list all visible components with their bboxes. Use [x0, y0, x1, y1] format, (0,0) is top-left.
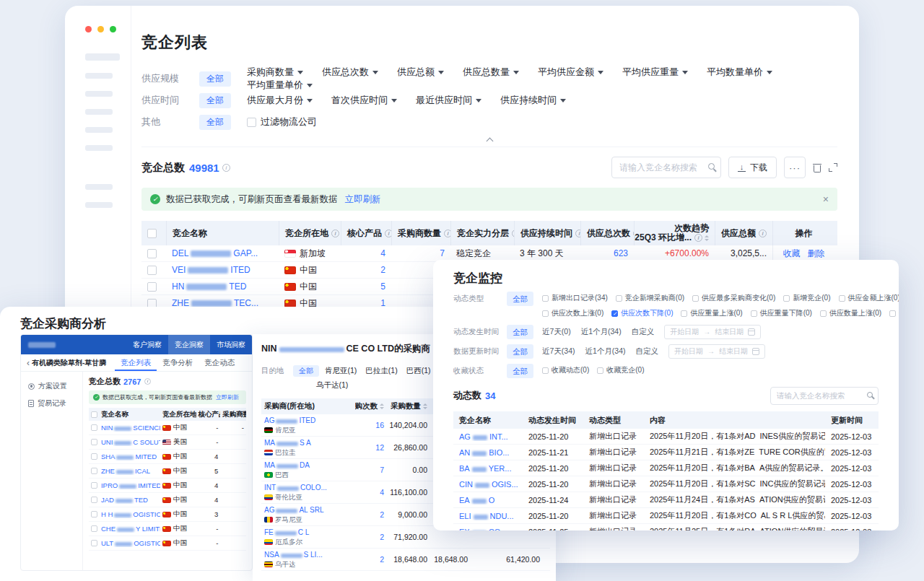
company-name-link[interactable]: JADTED	[101, 496, 148, 504]
table-row[interactable]: ZHEICAL 中国 5	[89, 464, 246, 479]
dynamic-type-checkbox[interactable]: 供应重量下降(0)	[751, 307, 812, 320]
filter-dropdown[interactable]: 平均数量单价	[707, 66, 772, 79]
fullscreen-icon[interactable]	[829, 163, 837, 172]
filter-dropdown[interactable]: 供应总额	[397, 66, 444, 79]
purchaser-name-link[interactable]: AGAL SRL	[264, 505, 324, 515]
destination-option[interactable]: 肯尼亚(1)	[325, 366, 357, 376]
purchaser-name-link[interactable]: MADA	[264, 460, 310, 470]
download-button[interactable]: 下载	[728, 157, 777, 178]
table-row[interactable]: BAYER... 2025-11-20 新增出口记录 2025年11月20日，有…	[453, 460, 879, 476]
table-row[interactable]: NINSCIENCE C... 中国 - -	[89, 421, 246, 435]
table-row[interactable]: NSAS LI... 乌干达 2 18,648.00 18,648.00 61,…	[261, 549, 550, 571]
dynamic-type-checkbox[interactable]: 竞企新增采购商(0)	[616, 292, 684, 305]
table-row[interactable]: EAO 2025-11-24 新增出口记录 2025年11月24日，有1条对AS…	[453, 492, 879, 508]
purchaser-name-link[interactable]: AGITED	[264, 416, 315, 425]
sidebar-item-scheme-settings[interactable]: 方案设置	[21, 377, 82, 395]
monitor-search-input[interactable]	[770, 387, 879, 405]
all-filter-chip[interactable]: 全部	[199, 71, 231, 87]
table-row[interactable]: CINOGIS... 2025-11-20 新增出口记录 2025年11月20日…	[453, 476, 879, 492]
more-button[interactable]	[784, 157, 806, 178]
company-name-link[interactable]: CINOGIS...	[459, 480, 518, 489]
refresh-now-link[interactable]: 立即刷新	[345, 193, 381, 206]
sort-icon[interactable]	[705, 235, 709, 241]
table-row[interactable]: ULTOGISTICS ... 中国 -	[89, 536, 246, 551]
table-row[interactable]: CHEY LIMITED 中国 -	[89, 522, 246, 536]
favorite-status-checkbox[interactable]: 收藏竞企(0)	[597, 364, 644, 377]
filter-dropdown[interactable]: 供应总数量	[463, 66, 519, 79]
core-products-count[interactable]: 5	[380, 281, 385, 292]
company-name-link[interactable]: EAO	[459, 496, 494, 504]
company-name-link[interactable]: ZHEICAL	[101, 467, 150, 475]
row-checkbox[interactable]	[91, 439, 97, 445]
company-name-link[interactable]: DELGAP...	[172, 248, 258, 258]
filter-dropdown[interactable]: 采购商数量	[247, 66, 303, 79]
dynamic-type-checkbox[interactable]: 新增出口记录(34)	[542, 292, 608, 305]
column-header-buyer-count[interactable]: 采购商数量	[391, 221, 450, 245]
time-range-option[interactable]: 近7天(34)	[542, 344, 575, 357]
sub-tab[interactable]: 竞企动态	[199, 354, 240, 371]
purchaser-name-link[interactable]: FEC L	[264, 528, 309, 537]
column-header-duration[interactable]: 供应持续时间	[514, 221, 580, 245]
row-checkbox[interactable]	[91, 482, 97, 489]
select-all-checkbox[interactable]	[91, 411, 97, 418]
company-name-link[interactable]: AGINT...	[459, 432, 508, 441]
back-icon[interactable]: ‹	[27, 358, 30, 368]
company-name-link[interactable]: CHEY LIMITED	[101, 525, 160, 533]
company-name-link[interactable]: BAYER...	[459, 464, 511, 473]
filter-dropdown[interactable]: 平均供应重量	[622, 66, 688, 79]
search-icon[interactable]	[867, 392, 873, 398]
filter-dropdown[interactable]: 平均供应金额	[538, 66, 603, 79]
destination-option[interactable]: 巴拉圭(1)	[365, 366, 397, 376]
core-products-count[interactable]: 4	[380, 248, 385, 258]
table-row[interactable]: IPROIMITED 35... 中国 4	[89, 479, 246, 493]
company-name-link[interactable]: EXCO...	[459, 528, 507, 531]
sub-tab[interactable]: 竞企列表	[115, 354, 157, 371]
company-name-link[interactable]: NINSCIENCE C...	[101, 424, 160, 432]
date-range-input[interactable]: 开始日期→结束日期	[664, 325, 761, 339]
sort-icon[interactable]	[380, 403, 384, 409]
info-icon[interactable]	[222, 164, 230, 172]
company-name-link[interactable]: ULTOGISTICS ...	[101, 539, 160, 547]
row-checkbox[interactable]	[147, 282, 157, 292]
top-nav-tab[interactable]: 竞企洞察	[168, 335, 210, 354]
logistics-filter-checkbox[interactable]: 过滤物流公司	[247, 115, 317, 128]
table-row[interactable]: ANBIO... 2025-11-21 新增出口记录 2025年11月21日，有…	[453, 445, 879, 460]
collapse-filters-button[interactable]	[141, 133, 837, 147]
delete-link[interactable]: 删除	[808, 248, 825, 260]
table-row[interactable]: EXCO... 2025-11-25 新增出口记录 2025年11月25日，有1…	[453, 524, 879, 530]
row-checkbox[interactable]	[91, 497, 97, 503]
time-range-option[interactable]: 近1个月(34)	[585, 344, 626, 357]
column-header-total-times[interactable]: 供应总次数	[580, 221, 634, 245]
top-nav-tab[interactable]: 客户洞察	[126, 335, 168, 354]
top-nav-tab[interactable]: 市场洞察	[210, 335, 252, 354]
dynamic-type-checkbox[interactable]: 供应数量下降(0)	[889, 307, 899, 320]
dynamic-type-checkbox[interactable]: 供应次数上涨(0)	[542, 307, 603, 320]
column-header-total-amount[interactable]: 供应总额	[715, 221, 772, 245]
row-checkbox[interactable]	[91, 511, 97, 517]
row-checkbox[interactable]	[91, 540, 97, 546]
sort-icon[interactable]	[423, 403, 427, 409]
all-filter-chip[interactable]: 全部	[507, 364, 533, 378]
filter-dropdown[interactable]: 供应持续时间	[500, 94, 566, 107]
column-header-core-products[interactable]: 核心产品	[341, 221, 391, 245]
dynamic-type-checkbox[interactable]: 供应数量上涨(0)	[820, 307, 881, 320]
search-icon[interactable]	[708, 163, 715, 170]
dynamic-type-checkbox[interactable]: 供应重量上涨(0)	[681, 307, 742, 320]
all-filter-chip[interactable]: 全部	[199, 93, 231, 108]
purchaser-name-link[interactable]: MAS A	[264, 438, 311, 447]
time-range-option[interactable]: 近7天(0)	[542, 325, 571, 338]
filter-dropdown[interactable]: 平均重量单价	[247, 79, 313, 92]
row-checkbox[interactable]	[91, 424, 97, 431]
trash-icon[interactable]	[813, 163, 821, 172]
all-filter-chip[interactable]: 全部	[507, 325, 533, 339]
purchaser-name-link[interactable]: NSAS LI...	[264, 550, 323, 559]
favorite-status-checkbox[interactable]: 收藏动态(0)	[542, 364, 589, 377]
table-row[interactable]: SHAMITED 中国 4	[89, 450, 246, 464]
row-checkbox[interactable]	[91, 525, 97, 532]
company-name-link[interactable]: HNTED	[172, 281, 246, 292]
all-filter-chip[interactable]: 全部	[293, 365, 319, 377]
destination-option[interactable]: 乌干达(1)	[316, 380, 348, 390]
table-row[interactable]: JADTED 中国 4	[89, 493, 246, 507]
filter-dropdown[interactable]: 最近供应时间	[416, 94, 481, 107]
company-name-link[interactable]: ANBIO...	[459, 448, 509, 457]
